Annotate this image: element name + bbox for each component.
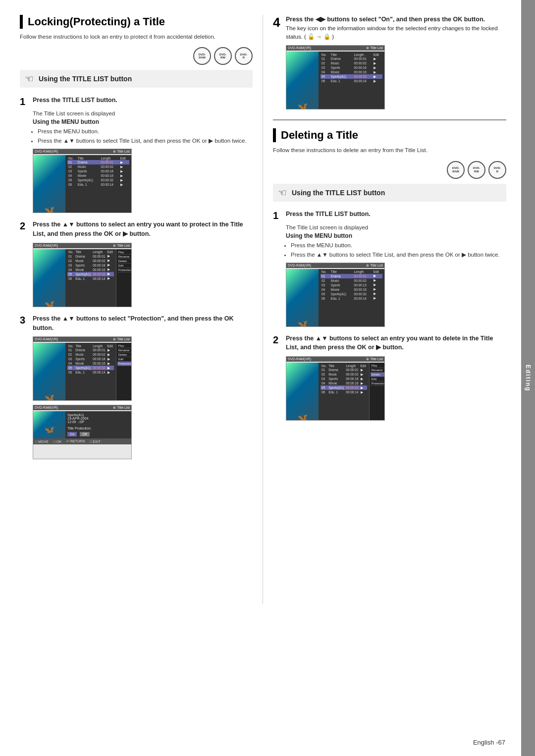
- step-4-content: Press the ◀▶ buttons to select "On", and…: [286, 15, 506, 41]
- deleting-section: Deleting a Title Follow these instructio…: [273, 128, 506, 421]
- dvd-icons-row-2: DVD-RAM DVD-RW DVD-R: [273, 161, 506, 179]
- screen-2-table: No.TitleLengthEdit 01Drama00:00:01▶ 02Mu…: [67, 250, 114, 281]
- screen-1-inner: 🦋 No.TitleLengthEdit 01Drama00:00:01▶ 02…: [33, 155, 131, 213]
- screen-4-right: No.TitleLengthEdit 01Drama00:00:01▶ 02Mu…: [319, 52, 384, 109]
- screen-4-table: No.TitleLengthEdit 01Drama00:00:01▶ 02Mu…: [321, 53, 382, 83]
- screen-4-thumb: 🦋: [286, 52, 319, 109]
- screen-del-1-table: No.TitleLengthEdit 01Drama00:00:01▶ 02Mu…: [321, 270, 382, 301]
- screen-3-inner: 🦋 No.TitleLengthEdit 01Drama00:00:01▶ 02…: [33, 343, 131, 401]
- screen-del-2: DVD-RAM(VR) ⊛ Title List 🦋 No.TitleLengt…: [286, 356, 385, 421]
- screen-del-1: DVD-RAM(VR) ⊛ Title List 🦋 No.TitleLengt…: [286, 263, 385, 327]
- right-column: 4 Press the ◀▶ buttons to select "On", a…: [263, 15, 506, 604]
- step-2-del-header: 2 Press the ▲▼ buttons to select an entr…: [273, 334, 506, 353]
- screen-del-2-table: No.TitleLengthEdit 01Drama00:00:01▶ 02Mu…: [321, 364, 367, 394]
- step-1-text: Press the TITLE LIST button.: [33, 96, 253, 105]
- screen-del-1-topbar: DVD-RAM(VR) ⊛ Title List: [286, 263, 384, 268]
- step-2-header: 2 Press the ▲▼ buttons to select an entr…: [20, 220, 253, 239]
- dvd-rw-icon-2: DVD-RW: [468, 161, 485, 179]
- screen-2-thumb: 🦋: [33, 249, 65, 307]
- screen-3-thumb: 🦋: [33, 343, 65, 401]
- screen-2-menu: Play Rename Delete Edit Protection: [116, 249, 132, 307]
- locking-desc: Follow these instructions to lock an ent…: [20, 33, 253, 41]
- screen-del-1-inner: 🦋 No.TitleLengthEdit 01Drama00:00:01▶ 02…: [286, 269, 384, 327]
- step-2-delete: 2 Press the ▲▼ buttons to select an entr…: [273, 334, 506, 421]
- locking-section: Locking(Protecting) a Title Follow these…: [20, 15, 253, 459]
- bullet-1: Press the MENU button.: [38, 127, 253, 135]
- step-3-text: Press the ▲▼ buttons to select "Protecti…: [33, 314, 253, 333]
- step-2-text: Press the ▲▼ buttons to select an entry …: [33, 220, 253, 239]
- bullet-2: Press the ▲▼ buttons to select Title Lis…: [38, 137, 253, 145]
- screen-prot-topbar: DVD-RAM(VR) ⊛ Title List: [33, 405, 131, 410]
- step-2-del-text: Press the ▲▼ buttons to select an entry …: [286, 334, 506, 353]
- step-3-protect: 3 Press the ▲▼ buttons to select "Protec…: [20, 314, 253, 460]
- prot-on-btn[interactable]: On: [67, 432, 77, 436]
- deleting-title: Deleting a Title: [273, 128, 506, 142]
- deleting-desc: Follow these instructions to delete an e…: [273, 146, 506, 155]
- screen-del-2-right: No.TitleLengthEdit 01Drama00:00:01▶ 02Mu…: [319, 363, 369, 421]
- step-1-num: 1: [20, 96, 29, 108]
- screen-2-right: No.TitleLengthEdit 01Drama00:00:01▶ 02Mu…: [65, 249, 116, 307]
- hand-icon: ☜: [25, 73, 34, 85]
- step-1-del-header: 1 Press the TITLE LIST button.: [273, 210, 506, 221]
- step-1-header: 1 Press the TITLE LIST button.: [20, 96, 253, 108]
- dvd-ram-icon: DVD-RAM: [193, 47, 211, 65]
- footer-text: English -67: [473, 739, 505, 746]
- title-list-label-2: Using the TITLE LIST button: [292, 189, 385, 197]
- step-4-block: 4 Press the ◀▶ buttons to select "On", a…: [273, 15, 506, 109]
- step-2-del-num: 2: [273, 334, 282, 346]
- step-1-del-text: Press the TITLE LIST button.: [286, 210, 506, 219]
- prot-info: Sports(A1) 19-APR-2004 12:09 ♪SP Title P…: [65, 411, 131, 438]
- left-column: Locking(Protecting) a Title Follow these…: [20, 15, 263, 604]
- step-4-header: 4 Press the ◀▶ buttons to select "On", a…: [273, 15, 506, 41]
- screen-1-table: No.TitleLengthEdit 01Drama00:00:01▶ 02Mu…: [67, 156, 129, 187]
- editing-tab: Editing: [521, 0, 535, 756]
- dvd-r-icon-2: DVD-R: [488, 161, 506, 179]
- locking-title: Locking(Protecting) a Title: [20, 15, 253, 29]
- step-1-sub: The Title List screen is displayed: [33, 110, 253, 116]
- screen-3: DVD-RAM(VR) ⊛ Title List 🦋 No.TitleLengt…: [33, 336, 132, 401]
- screen-4-topbar: DVD-RAM(VR) ⊛ Title List: [286, 46, 384, 51]
- hand-icon-2: ☜: [278, 187, 287, 199]
- del-bullet-1: Press the MENU button.: [291, 241, 506, 249]
- prot-off-btn[interactable]: Off: [80, 432, 89, 436]
- screen-2: DVD-RAM(VR) ⊛ Title List 🦋 No.TitleLengt…: [33, 243, 132, 307]
- screen-del-1-right: No.TitleLengthEdit 01Drama00:00:01▶ 02Mu…: [319, 269, 384, 327]
- screen-3-topbar: DVD-RAM(VR) ⊛ Title List: [33, 337, 131, 342]
- prot-buttons-row: On Off: [67, 432, 129, 436]
- step-1-delete: 1 Press the TITLE LIST button. The Title…: [273, 210, 506, 327]
- screen-1-right: No.TitleLengthEdit 01Drama00:00:01▶ 02Mu…: [65, 155, 131, 213]
- step-4-bold: Press the ◀▶ buttons to select "On", and…: [286, 15, 506, 24]
- title-bar: [20, 15, 23, 29]
- screen-1-thumb: 🦋: [33, 155, 65, 213]
- title-list-button-box: ☜ Using the TITLE LIST button: [20, 70, 253, 88]
- del-bullet-2: Press the ▲▼ buttons to select Title Lis…: [291, 251, 506, 259]
- dvd-r-icon: DVD-R: [235, 47, 253, 65]
- menu-button-title-2: Using the MENU button: [286, 232, 506, 239]
- step-3-num: 3: [20, 314, 29, 326]
- step-1-del-num: 1: [273, 210, 282, 221]
- title-list-label: Using the TITLE LIST button: [39, 75, 132, 83]
- screen-3-table: No.TitleLengthEdit 01Drama00:00:01▶ 02Mu…: [67, 344, 114, 375]
- prot-thumb: 🦋: [33, 411, 65, 438]
- step-2-num: 2: [20, 220, 29, 232]
- screen-2-inner: 🦋 No.TitleLengthEdit 01Drama00:00:01▶ 02…: [33, 249, 131, 307]
- prot-top: 🦋 Sports(A1) 19-APR-2004 12:09 ♪SP Title…: [33, 411, 131, 438]
- step-4-num: 4: [273, 15, 282, 30]
- screen-del-1-thumb: 🦋: [286, 269, 319, 327]
- screen-3-right: No.TitleLengthEdit 01Drama00:00:01▶ 02Mu…: [65, 343, 116, 401]
- screen-del-2-menu: Play Rename Delete Edit Protection: [369, 363, 385, 421]
- section-divider: [273, 119, 506, 120]
- page-footer: English -67: [473, 739, 505, 746]
- dvd-rw-icon: DVD-RW: [214, 47, 232, 65]
- step-1-del-bullets: Press the MENU button. Press the ▲▼ butt…: [291, 241, 506, 259]
- screen-prot-dialog: DVD-RAM(VR) ⊛ Title List 🦋 Sports(A1) 19…: [33, 405, 132, 459]
- step-3-header: 3 Press the ▲▼ buttons to select "Protec…: [20, 314, 253, 333]
- screen-4: DVD-RAM(VR) ⊛ Title List 🦋 No.TitleLengt…: [286, 45, 385, 109]
- screen-3-menu: Play Rename Delete Edit Protection: [116, 343, 132, 401]
- screen-1-topbar: DVD-RAM(VR) ⊛ Title List: [33, 149, 131, 154]
- screen-del-2-inner: 🦋 No.TitleLengthEdit 01Drama00:00:01▶ 02…: [286, 363, 384, 421]
- dvd-ram-icon-2: DVD-RAM: [447, 161, 465, 179]
- step-4-sub: The key icon on the information window f…: [286, 24, 506, 42]
- step-1-protect: 1 Press the TITLE LIST button. The Title…: [20, 96, 253, 213]
- menu-button-title: Using the MENU button: [33, 118, 253, 125]
